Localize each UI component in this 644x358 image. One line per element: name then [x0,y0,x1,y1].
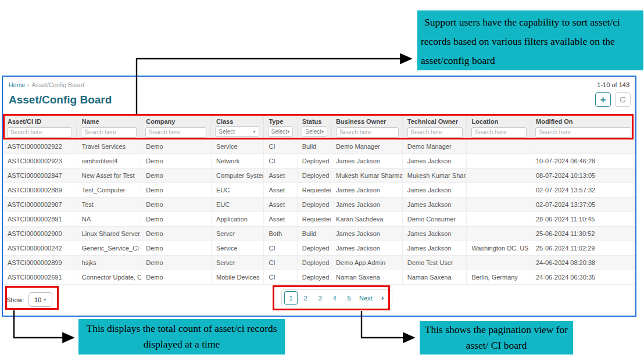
cell-status: Deployed [298,154,331,168]
table-row[interactable]: ASTCI0000002891NADemoApplicationAssetReq… [3,212,635,227]
next-page-button[interactable]: Next [357,291,375,305]
cell-class: Service [212,139,264,153]
plus-icon: + [600,94,606,106]
filter-cell-business-owner [332,126,403,138]
panel-footer: Show: 10 ▾ 12345Next› [3,285,635,315]
page-button-1[interactable]: 1 [284,291,298,305]
cell-business-owner: Karan Sachdeva [331,212,403,226]
cell-class: EUC [212,198,264,212]
column-header-name[interactable]: Name [77,117,142,126]
filter-cell-class: Select▾ [211,126,263,138]
table-row[interactable]: ASTCI0000002907TestDemoEUCAssetDeployedJ… [3,198,635,212]
column-header-business-owner[interactable]: Business Owner [331,117,403,126]
table-row[interactable]: ASTCI0000002691Connector Update, CIDemoM… [3,270,635,285]
page-button-5[interactable]: 5 [342,291,356,305]
cell-status: Requested [298,183,331,197]
page-button-3[interactable]: 3 [313,291,327,305]
filter-select-value: Select [271,128,288,135]
filter-input-technical-owner[interactable] [407,127,463,138]
cell-location [467,183,531,197]
column-header-class[interactable]: Class [212,117,264,126]
page-button-4[interactable]: 4 [328,291,341,305]
filter-cell-status: Select▾ [298,126,332,138]
filter-cell-type: Select▾ [264,126,298,138]
cell-company: Demo [141,139,212,153]
filter-input-name[interactable] [81,127,136,138]
filter-input-modified-on[interactable] [535,127,631,138]
cell-class: EUC [212,183,264,197]
cell-class: Computer System [212,169,264,182]
cell-asset-ci-id: ASTCI0000002691 [3,270,77,284]
table-row[interactable]: ASTCI0000002900Linux Shared ServerDemoSe… [3,227,635,241]
cell-technical-owner: James Jackson [403,227,467,241]
cell-company: Demo [141,270,212,284]
cell-modified-on: 28-06-2024 11:10:45 [531,212,635,226]
cell-modified-on: 08-07-2024 10:13:05 [531,169,635,182]
filter-input-business-owner[interactable] [336,127,398,138]
cell-modified-on: 25-06-2024 11:30:52 [531,227,635,241]
breadcrumb-current: Asset/Config Board [32,81,84,88]
page-size-value: 10 [34,296,41,303]
table-row[interactable]: ASTCI0000002889Test_ComputerDemoEUCAsset… [3,183,635,198]
cell-location [467,212,531,226]
cell-business-owner: Naman Saxena [331,270,403,284]
cell-name: iemhxditest4 [77,154,142,168]
cell-name: Linux Shared Server [77,227,142,241]
refresh-button[interactable] [615,92,631,107]
cell-status: Deployed [298,256,331,270]
column-header-modified-on[interactable]: Modified On [531,117,635,126]
page-button-2[interactable]: 2 [299,291,312,305]
filter-select-status[interactable]: Select▾ [302,126,327,137]
column-header-location[interactable]: Location [467,117,531,126]
cell-asset-ci-id: ASTCI0000002907 [3,198,77,212]
filter-input-company[interactable] [145,127,206,138]
annotation-sort-filters: Support users have the capability to sor… [417,10,643,70]
filter-cell-asset-ci-id [3,126,77,138]
filter-input-location[interactable] [471,127,527,138]
table-filter-row: Select▾Select▾Select▾ [3,126,635,138]
filter-select-type[interactable]: Select▾ [268,126,294,137]
filter-input-asset-ci-id[interactable] [7,127,72,138]
table-row[interactable]: ASTCI0000002899hsjksDemoServerCIDeployed… [3,256,635,270]
cell-type: CI [264,256,297,270]
filter-select-class[interactable]: Select▾ [215,126,259,137]
cell-class: Mobile Devices [212,270,264,284]
cell-name: Test [77,198,142,212]
column-header-asset-ci-id[interactable]: Asset/CI ID [3,117,77,126]
cell-asset-ci-id: ASTCI0000002899 [3,256,77,270]
cell-location [467,198,531,212]
table-row[interactable]: ASTCI0000002923iemhxditest4DemoNetworkCI… [3,154,635,169]
add-record-button[interactable]: + [595,92,611,107]
cell-company: Demo [141,169,212,182]
chevron-right-icon[interactable]: › [376,291,389,305]
table-row[interactable]: ASTCI0000000242Generic_Service_CIDemoSer… [3,241,635,256]
panel-header: Home›Asset/Config Board 1-10 of 143 Asse… [3,77,635,114]
table-row[interactable]: ASTCI0000002922Travel ServicesDemoServic… [3,139,635,154]
column-header-company[interactable]: Company [141,117,212,126]
cell-location [467,139,531,153]
table-header: Asset/CI IDNameCompanyClassTypeStatusBus… [3,114,635,139]
record-range: 1-10 of 143 [597,81,629,88]
cell-technical-owner: Demo Manager [403,139,467,153]
cell-status: Deployed [298,169,331,182]
cell-technical-owner: James Jackson [403,154,467,168]
page-size-select[interactable]: 10 ▾ [28,292,52,307]
filter-cell-location [467,126,531,138]
column-header-technical-owner[interactable]: Technical Owner [403,117,467,126]
column-header-type[interactable]: Type [264,117,297,126]
cell-modified-on [531,139,635,153]
cell-asset-ci-id: ASTCI0000002891 [3,212,77,226]
cell-business-owner: Demo App Admin [331,256,403,270]
cell-asset-ci-id: ASTCI0000002923 [3,154,77,168]
cell-modified-on: 25-06-2024 11:02:29 [531,241,635,255]
cell-location: Berlin, Germany [467,270,531,284]
cell-business-owner: Mukesh Kumar Sharma [331,169,403,182]
cell-type: CI [264,139,297,153]
cell-type: Asset [264,198,297,212]
table-row[interactable]: ASTCI0000002847New Asset for TestDemoCom… [3,169,635,183]
cell-technical-owner: James Jackson [403,183,467,197]
cell-technical-owner: James Jackson [403,198,467,212]
column-header-status[interactable]: Status [298,117,331,126]
filter-cell-technical-owner [403,126,467,138]
breadcrumb-home-link[interactable]: Home [9,81,25,88]
